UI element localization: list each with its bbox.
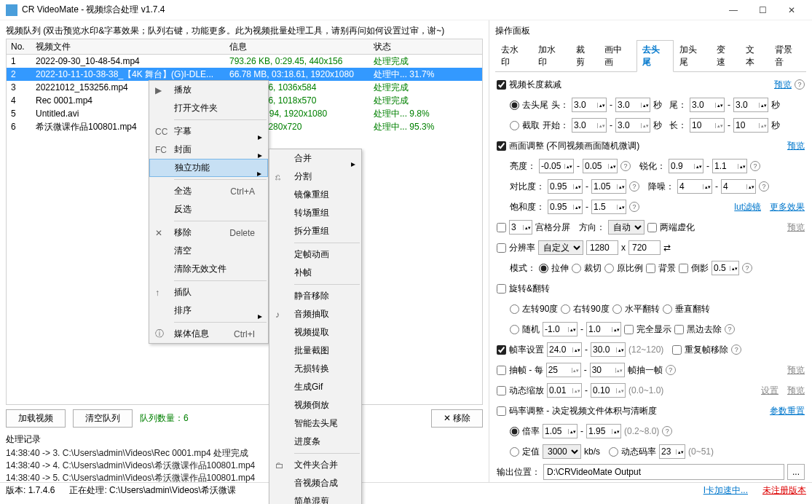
menu-progress[interactable]: 进度条 <box>269 433 361 451</box>
radio-head-tail[interactable] <box>510 101 519 110</box>
tab-text[interactable]: 文本 <box>740 40 769 71</box>
table-row[interactable]: 2 2022-10-11-10-38-38_【4K 舞台】(G)I-DLE...… <box>7 68 482 81</box>
menu-lossless[interactable]: 无损转换 <box>269 360 361 378</box>
statusbar: 版本: 1.7.4.6 正在处理: C:\Users\admin\Videos\… <box>0 482 812 498</box>
minimize-button[interactable]: — <box>719 0 748 20</box>
help-icon[interactable]: ? <box>795 79 805 90</box>
tab-trim[interactable]: 去头尾 <box>636 40 674 72</box>
menu-select-all[interactable]: 全选Ctrl+A <box>149 182 268 200</box>
radio-intercept[interactable] <box>510 121 519 130</box>
menu-av-synth[interactable]: 音视频合成 <box>269 474 361 492</box>
chk-bitrate[interactable] <box>497 406 506 416</box>
tabs: 去水印 加水印 裁剪 画中画 去头尾 加头尾 变速 文本 背景音 <box>495 40 806 72</box>
output-path-input[interactable]: D:\CRVideoMate Output <box>543 464 784 480</box>
register-link[interactable]: 未注册版本 <box>762 484 806 497</box>
menu-reverse[interactable]: 视频倒放 <box>269 396 361 414</box>
menu-mirror[interactable]: 镜像重组 <box>269 186 361 204</box>
menu-subtitle[interactable]: CC字幕 <box>149 122 268 141</box>
chk-dummy[interactable] <box>647 223 657 232</box>
more-effects-link[interactable]: 更多效果 <box>770 201 805 213</box>
swap-icon[interactable]: ⇄ <box>663 243 671 253</box>
lut-link[interactable]: lut滤镜 <box>734 201 761 213</box>
tab-speed[interactable]: 变速 <box>711 40 740 71</box>
head-max[interactable]: ▴▾ <box>615 98 650 112</box>
menu-merge[interactable]: 合并 <box>269 149 361 168</box>
chk-video-length[interactable] <box>497 80 506 90</box>
delete-icon: ✕ <box>155 228 162 238</box>
menu-clear-invalid[interactable]: 清除无效文件 <box>149 260 268 278</box>
preview-link[interactable]: 预览 <box>774 79 792 91</box>
tab-crop[interactable]: 裁剪 <box>570 40 599 71</box>
log-header: 处理记录 <box>6 432 483 447</box>
music-icon: ♪ <box>275 310 280 320</box>
tab-bgm[interactable]: 背景音 <box>769 40 806 71</box>
chk-rotate[interactable] <box>497 284 506 294</box>
menu-supplement[interactable]: 补帧 <box>269 264 361 282</box>
tail-max[interactable]: ▴▾ <box>733 98 768 112</box>
menu-split[interactable]: ⎌分割 <box>269 168 361 186</box>
menu-indep[interactable]: 独立功能 <box>149 159 268 177</box>
menu-batch-capture[interactable]: 批量截图 <box>269 342 361 360</box>
chk-zoom[interactable] <box>497 386 506 395</box>
clear-queue-button[interactable]: 清空队列 <box>73 409 133 428</box>
chk-adjust[interactable] <box>497 141 506 151</box>
tail-min[interactable]: ▴▾ <box>690 98 725 112</box>
chk-fps[interactable] <box>497 345 506 355</box>
menu-simple-mix[interactable]: 简单混剪 <box>269 492 361 504</box>
menu-gif[interactable]: 生成Gif <box>269 378 361 396</box>
col-status[interactable]: 状态 <box>369 41 471 53</box>
menu-audio-extract[interactable]: ♪音频抽取 <box>269 305 361 323</box>
menu-invert[interactable]: 反选 <box>149 200 268 218</box>
tab-addwatermark[interactable]: 加水印 <box>532 40 569 71</box>
log-body: 14:38:40 -> 3. C:\Users\admin\Videos\Rec… <box>6 447 483 482</box>
remove-button[interactable]: ✕ 移除 <box>431 409 483 428</box>
head-min[interactable]: ▴▾ <box>572 98 607 112</box>
folder-icon: 🗀 <box>275 460 284 470</box>
menu-cover[interactable]: FC封面 <box>149 141 268 159</box>
menu-insert[interactable]: ↑插队 <box>149 283 268 302</box>
menu-folder-merge[interactable]: 🗀文件夹合并 <box>269 456 361 474</box>
menu-anim[interactable]: 定帧动画 <box>269 245 361 264</box>
tab-addtrim[interactable]: 加头尾 <box>674 40 711 71</box>
menu-media-info[interactable]: ⓘ媒体信息Ctrl+I <box>149 325 268 343</box>
queue-count-label: 队列数量：6 <box>140 412 189 425</box>
maximize-button[interactable]: ☐ <box>748 0 777 20</box>
accel-link[interactable]: I卡加速中... <box>703 484 748 497</box>
table-header: No. 视频文件 信息 状态 <box>6 39 483 55</box>
col-file[interactable]: 视频文件 <box>31 41 225 53</box>
load-video-button[interactable]: 加载视频 <box>6 409 66 428</box>
menu-transition[interactable]: 转场重组 <box>269 204 361 222</box>
chk-grid[interactable] <box>497 223 506 232</box>
menu-play[interactable]: ▶播放 <box>149 81 268 99</box>
table-row[interactable]: 1 2022-09-30_10-48-54.mp4 793.26 KB, 0:2… <box>7 55 482 68</box>
split-icon: ⎌ <box>275 172 280 182</box>
menu-open-folder[interactable]: 打开文件夹 <box>149 99 268 117</box>
menu-smart-trim[interactable]: 智能去头尾 <box>269 414 361 433</box>
col-no[interactable]: No. <box>7 42 31 52</box>
menu-mute-move[interactable]: 静音移除 <box>269 287 361 305</box>
tab-dewatermark[interactable]: 去水印 <box>495 40 532 71</box>
menu-remove[interactable]: ✕移除Delete <box>149 224 268 242</box>
app-icon <box>6 4 17 16</box>
chk-sample[interactable] <box>497 366 506 375</box>
preview-link[interactable]: 预览 <box>787 140 805 152</box>
panel-header: 操作面板 <box>495 23 806 40</box>
menu-split-rebuild[interactable]: 拆分重组 <box>269 222 361 240</box>
window-title: CR VideoMate - 视频综合处理 v1.7.4 <box>22 4 719 16</box>
res-mode-select[interactable]: 自定义 <box>538 240 583 255</box>
menu-sort[interactable]: 排序 <box>149 302 268 320</box>
play-icon: ▶ <box>155 85 162 95</box>
context-menu-main: ▶播放 打开文件夹 CC字幕 FC封面 独立功能 全选Ctrl+A 反选 ✕移除… <box>149 80 269 344</box>
col-info[interactable]: 信息 <box>225 41 369 53</box>
titlebar: CR VideoMate - 视频综合处理 v1.7.4 — ☐ ✕ <box>0 0 812 20</box>
menu-video-extract[interactable]: 视频提取 <box>269 323 361 342</box>
chk-resolution[interactable] <box>497 243 506 253</box>
tab-pip[interactable]: 画中画 <box>599 40 636 71</box>
arrow-up-icon: ↑ <box>155 288 159 298</box>
info-icon: ⓘ <box>155 328 164 340</box>
close-button[interactable]: ✕ <box>777 0 806 20</box>
menu-clear[interactable]: 清空 <box>149 242 268 260</box>
grid-dir-select[interactable]: 自动 <box>608 220 645 235</box>
browse-button[interactable]: ... <box>787 464 805 480</box>
reset-link[interactable]: 参数重置 <box>770 405 805 417</box>
